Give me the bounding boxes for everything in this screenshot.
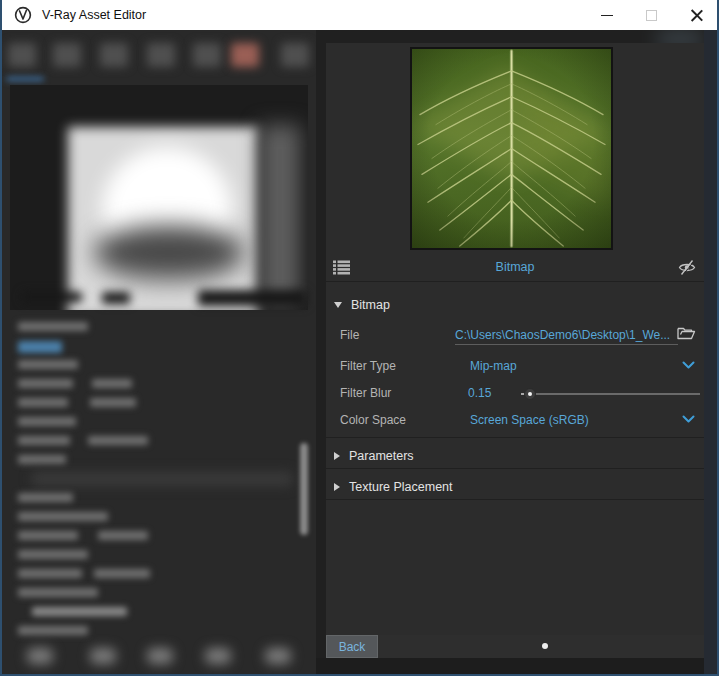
bottom-toolbar-icon-blurred[interactable]	[147, 648, 173, 664]
filter-blur-row: Filter Blur 0.15	[326, 380, 704, 406]
right-margin	[704, 30, 717, 674]
preview-shadow-blurred	[94, 225, 244, 280]
collapse-arrow-icon	[334, 483, 340, 491]
material-preview	[10, 85, 308, 310]
blurred-row	[18, 493, 73, 502]
section-title: Texture Placement	[349, 480, 453, 494]
blurred-row	[18, 398, 68, 407]
filter-blur-value[interactable]: 0.15	[468, 386, 491, 400]
toolbar-icon-blurred[interactable]	[147, 43, 175, 67]
maximize-button[interactable]	[629, 0, 674, 30]
blurred-row	[90, 398, 136, 407]
file-path-field[interactable]: C:\Users\ChaosDemo6\Desktop\1_We...	[455, 328, 678, 345]
blurred-row	[98, 531, 148, 540]
slider-handle[interactable]	[524, 388, 536, 400]
blurred-text	[22, 292, 82, 302]
file-row: File C:\Users\ChaosDemo6\Desktop\1_We...	[326, 322, 704, 348]
blurred-row	[18, 455, 66, 464]
section-title: Bitmap	[351, 298, 390, 312]
section-header-bitmap[interactable]: Bitmap	[326, 293, 704, 317]
file-label: File	[340, 328, 359, 342]
caption-buttons	[584, 0, 719, 30]
scrollbar-thumb-blurred[interactable]	[300, 443, 308, 535]
blurred-row	[18, 379, 73, 388]
bottom-toolbar-icon-blurred[interactable]	[265, 648, 291, 664]
bottom-toolbar-icon-blurred[interactable]	[90, 648, 116, 664]
toolbar-icon-blurred[interactable]	[193, 43, 221, 67]
section-header-parameters[interactable]: Parameters	[326, 444, 704, 468]
vray-asset-editor-window: V-Ray Asset Editor	[0, 0, 719, 676]
section-header-texture-placement[interactable]: Texture Placement	[326, 475, 704, 499]
divider	[326, 499, 704, 500]
bottom-toolbar-icon-blurred[interactable]	[205, 648, 231, 664]
minimize-button[interactable]	[584, 0, 629, 30]
toolbar-icon-blurred[interactable]	[8, 43, 36, 67]
blurred-text	[102, 292, 130, 304]
blurred-row	[18, 322, 88, 331]
window-title: V-Ray Asset Editor	[42, 8, 146, 22]
divider	[326, 468, 704, 469]
blurred-row	[94, 569, 150, 578]
texture-editor-area: Bitmap Bitmap File C:\Users\	[316, 30, 717, 674]
vray-logo-icon	[14, 6, 32, 24]
editor-footer: Back	[326, 635, 704, 658]
divider	[326, 437, 704, 438]
color-space-row: Color Space Screen Space (sRGB)	[326, 407, 704, 433]
toolbar-icon-blurred[interactable]	[100, 43, 128, 67]
blurred-row	[32, 472, 292, 486]
blurred-row	[32, 607, 127, 616]
blurred-row	[18, 531, 78, 540]
blurred-row	[88, 436, 148, 445]
preview-visibility-icon[interactable]	[678, 259, 696, 276]
blurred-row	[18, 626, 88, 635]
blurred-row	[18, 512, 108, 521]
minimize-icon	[601, 15, 613, 16]
blurred-row	[18, 360, 78, 369]
texture-name: Bitmap	[326, 260, 704, 274]
filter-blur-slider[interactable]	[521, 393, 700, 395]
active-tab-underline	[6, 77, 44, 81]
blurred-row	[18, 550, 88, 559]
texture-header-row: Bitmap	[326, 255, 704, 281]
back-button[interactable]: Back	[326, 635, 378, 658]
bottom-toolbar-icon-blurred[interactable]	[27, 648, 53, 664]
color-space-dropdown[interactable]: Screen Space (sRGB)	[470, 413, 589, 427]
filter-type-dropdown[interactable]: Mip-map	[470, 359, 517, 373]
toolbar-icon-blurred[interactable]	[281, 43, 309, 67]
filter-blur-label: Filter Blur	[340, 386, 391, 400]
maximize-icon	[646, 10, 657, 21]
texture-preview-image	[410, 47, 613, 250]
blurred-selected-row	[18, 341, 62, 353]
filter-type-label: Filter Type	[340, 359, 396, 373]
collapse-arrow-icon	[334, 302, 342, 308]
toolbar-icon-blurred[interactable]	[53, 43, 81, 67]
toolbar-icon-red-blurred[interactable]	[231, 43, 259, 67]
filter-type-row: Filter Type Mip-map	[326, 353, 704, 379]
chevron-down-icon[interactable]	[682, 361, 695, 370]
close-icon	[690, 9, 703, 22]
blurred-row	[18, 436, 70, 445]
blurred-row	[18, 588, 98, 597]
main-content: Bitmap Bitmap File C:\Users\	[2, 30, 717, 674]
browse-folder-icon[interactable]	[677, 325, 696, 341]
chevron-down-icon[interactable]	[682, 415, 695, 424]
title-bar: V-Ray Asset Editor	[0, 0, 719, 30]
page-indicator-dot[interactable]	[542, 643, 548, 649]
color-space-label: Color Space	[340, 413, 406, 427]
bitmap-editor-panel: Bitmap Bitmap File C:\Users\	[326, 43, 704, 658]
asset-list-panel-blurred	[2, 30, 316, 674]
divider	[326, 281, 704, 282]
blurred-dropdown	[198, 290, 306, 306]
bottom-margin	[316, 658, 704, 674]
preview-side-blurred	[260, 125, 300, 305]
blurred-row	[18, 417, 76, 426]
blurred-row	[92, 379, 132, 388]
blurred-row	[18, 569, 82, 578]
close-button[interactable]	[674, 0, 719, 30]
section-title: Parameters	[349, 449, 414, 463]
collapse-arrow-icon	[334, 452, 340, 460]
